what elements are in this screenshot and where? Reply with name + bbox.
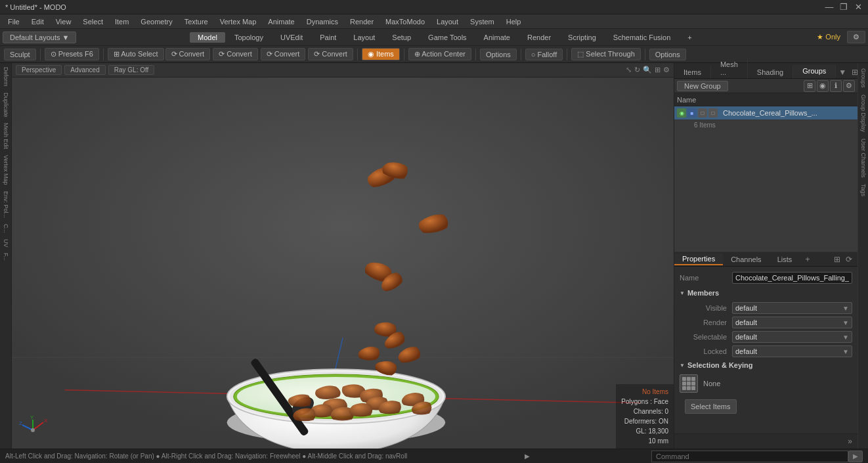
rs-tab-groups[interactable]: Groups <box>859 66 868 91</box>
convert-btn-4[interactable]: ⟳ Convert <box>308 48 353 60</box>
menu-file[interactable]: File <box>3 16 25 27</box>
tab-model[interactable]: Model <box>190 32 225 43</box>
locked-select[interactable]: default ▼ <box>732 345 852 357</box>
panel-tab-expand[interactable]: ▼ <box>836 66 849 78</box>
group-item-cereal[interactable]: ◉ ■ □ □ Chocolate_Cereal_Pillows_... <box>674 106 857 120</box>
sidebar-deform[interactable]: Deform <box>1 64 11 89</box>
action-center-button[interactable]: ⊕ Action Center <box>408 48 471 60</box>
props-tab-plus[interactable]: + <box>800 253 815 265</box>
menu-system[interactable]: System <box>465 16 500 27</box>
menu-help[interactable]: Help <box>501 16 527 27</box>
menu-edit[interactable]: Edit <box>26 16 49 27</box>
sidebar-uv[interactable]: UV <box>1 236 11 250</box>
tab-render[interactable]: Render <box>519 32 559 43</box>
panel-tab-shading[interactable]: Shading <box>748 66 793 78</box>
sidebar-f[interactable]: F... <box>1 250 11 263</box>
select-through-button[interactable]: ⬚ Select Through <box>571 48 640 60</box>
convert-btn-3[interactable]: ⟳ Convert <box>261 48 306 60</box>
tab-uvedit[interactable]: UVEdit <box>272 32 311 43</box>
command-input[interactable] <box>651 451 848 462</box>
close-button[interactable]: ✕ <box>854 3 863 12</box>
maximize-button[interactable]: ❐ <box>839 3 848 12</box>
sidebar-env[interactable]: Env: Pol... <box>1 188 11 221</box>
new-group-button[interactable]: New Group <box>677 81 728 91</box>
viewport-icon-5[interactable]: ⚙ <box>663 66 670 74</box>
panel-tab-mesh[interactable]: Mesh ... <box>711 58 748 78</box>
keying-grid-icon[interactable] <box>680 374 698 393</box>
viewport-raygl-btn[interactable]: Ray GL: Off <box>108 65 155 75</box>
viewport-perspective-btn[interactable]: Perspective <box>16 65 62 75</box>
viewport[interactable]: Perspective Advanced Ray GL: Off ⤡ ↻ 🔍 ⊞… <box>12 63 674 449</box>
settings-button[interactable]: ⚙ <box>847 31 865 43</box>
tab-layout[interactable]: Layout <box>345 32 383 43</box>
props-footer-expand[interactable]: » <box>845 435 855 447</box>
menu-maxtomodo[interactable]: MaxToModo <box>380 16 430 27</box>
selectable-select[interactable]: default ▼ <box>732 331 852 343</box>
tab-animate[interactable]: Animate <box>476 32 518 43</box>
menu-vertex-map[interactable]: Vertex Map <box>215 16 262 27</box>
props-tab-lists[interactable]: Lists <box>770 254 800 265</box>
sidebar-mesh-edit[interactable]: Mesh Edit <box>1 120 11 152</box>
group-icon-1[interactable]: ■ <box>687 108 697 118</box>
cmd-run-button[interactable]: ▶ <box>848 451 863 462</box>
groups-icon-2[interactable]: ◉ <box>817 80 829 92</box>
menu-geometry[interactable]: Geometry <box>135 16 177 27</box>
sidebar-c[interactable]: C... <box>1 221 11 236</box>
props-tab-properties[interactable]: Properties <box>674 254 723 265</box>
members-section-title[interactable]: Members <box>680 289 852 297</box>
minimize-button[interactable]: — <box>825 3 834 12</box>
eye-icon[interactable]: ◉ <box>677 108 686 118</box>
default-layouts-dropdown[interactable]: Default Layouts ▼ <box>3 32 76 43</box>
selection-keying-title[interactable]: Selection & Keying <box>680 361 852 369</box>
tab-add[interactable]: + <box>680 32 699 43</box>
falloff-button[interactable]: ○ Falloff <box>525 49 563 60</box>
render-select[interactable]: default ▼ <box>732 317 852 328</box>
menu-animate[interactable]: Animate <box>263 16 299 27</box>
viewport-icon-1[interactable]: ⤡ <box>626 66 632 74</box>
menu-select[interactable]: Select <box>77 16 108 27</box>
viewport-icon-4[interactable]: ⊞ <box>655 66 661 74</box>
menu-layout[interactable]: Layout <box>431 16 464 27</box>
rs-tab-user-channels[interactable]: User Channels <box>859 136 868 181</box>
viewport-canvas[interactable]: No Items Polygons : Face Channels: 0 Def… <box>12 77 674 449</box>
prop-name-input[interactable] <box>732 272 852 284</box>
groups-icon-3[interactable]: ℹ <box>830 80 842 92</box>
tab-setup[interactable]: Setup <box>384 32 419 43</box>
menu-item[interactable]: Item <box>110 16 134 27</box>
visible-select[interactable]: default ▼ <box>732 302 852 314</box>
items-button[interactable]: ◉ Items <box>362 48 400 60</box>
sculpt-button[interactable]: Sculpt <box>4 49 36 60</box>
menu-dynamics[interactable]: Dynamics <box>301 16 343 27</box>
tab-scripting[interactable]: Scripting <box>560 32 604 43</box>
menu-texture[interactable]: Texture <box>179 16 213 27</box>
menu-view[interactable]: View <box>51 16 77 27</box>
sidebar-duplicate[interactable]: Duplicate <box>1 90 11 120</box>
tab-topology[interactable]: Topology <box>227 32 271 43</box>
rs-tab-tags[interactable]: Tags <box>859 181 868 199</box>
sidebar-vertex-map[interactable]: Vertex Map <box>1 152 11 188</box>
props-tab-channels[interactable]: Channels <box>723 254 769 265</box>
presets-button[interactable]: ⊙ Presets F6 <box>45 48 99 60</box>
auto-select-button[interactable]: ⊞ Auto Select <box>108 48 164 60</box>
tab-schematic-fusion[interactable]: Schematic Fusion <box>605 32 678 43</box>
tab-paint[interactable]: Paint <box>312 32 344 43</box>
panel-tab-items[interactable]: Items <box>674 66 711 78</box>
props-expand-1[interactable]: ⊞ <box>831 254 843 265</box>
select-items-button[interactable]: Select Items <box>685 399 737 414</box>
options-right-button[interactable]: Options <box>649 49 686 60</box>
groups-icon-4[interactable]: ⚙ <box>843 80 855 92</box>
group-icon-3[interactable]: □ <box>708 108 718 118</box>
viewport-icon-3[interactable]: 🔍 <box>643 66 652 74</box>
props-expand-2[interactable]: ⟳ <box>843 254 855 265</box>
panel-tab-groups[interactable]: Groups <box>793 65 836 78</box>
viewport-icon-2[interactable]: ↻ <box>634 66 640 74</box>
groups-icon-1[interactable]: ⊞ <box>804 80 815 92</box>
menu-render[interactable]: Render <box>345 16 379 27</box>
convert-btn-2[interactable]: ⟳ Convert <box>213 48 258 60</box>
convert-btn-1[interactable]: ⟳ Convert <box>165 48 211 60</box>
tab-game-tools[interactable]: Game Tools <box>420 32 475 43</box>
rs-tab-group-display[interactable]: Group Display <box>859 92 868 135</box>
viewport-advanced-btn[interactable]: Advanced <box>64 65 105 75</box>
group-icon-2[interactable]: □ <box>698 108 707 118</box>
options-left-button[interactable]: Options <box>480 49 517 60</box>
